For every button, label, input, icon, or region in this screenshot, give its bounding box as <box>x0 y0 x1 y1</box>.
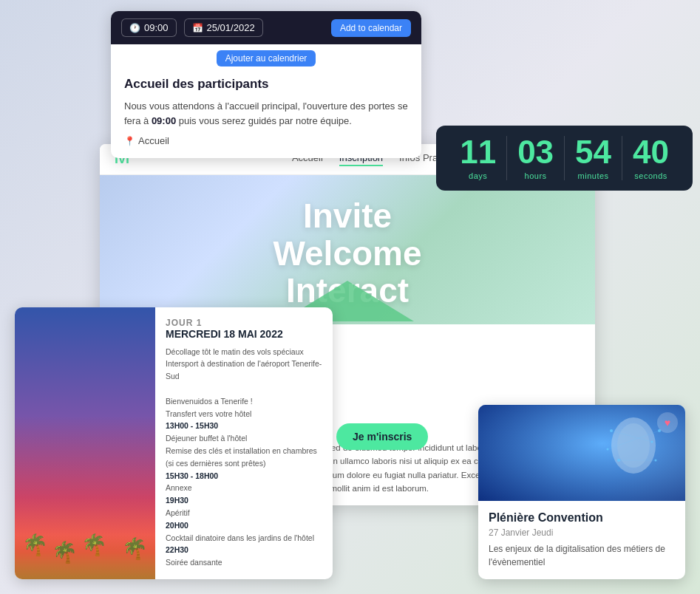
countdown-hours: 03 hours <box>506 136 564 180</box>
itinerary-content: JOUR 1 MERCREDI 18 MAI 2022 Décollage tô… <box>155 307 333 579</box>
countdown-days-label: days <box>469 171 487 180</box>
promo-card: ♥ Plénière Convention 27 Janvier Jeudi L… <box>478 405 685 579</box>
itinerary-card: JOUR 1 MERCREDI 18 MAI 2022 Décollage tô… <box>15 307 333 579</box>
event-card-description: Nous vous attendons à l'accueil principa… <box>124 99 408 128</box>
calendar-icon <box>192 22 203 33</box>
ajouter-calendrier-button[interactable]: Ajouter au calendrier <box>217 50 316 66</box>
event-card-body: Accueil des participants Nous vous atten… <box>111 66 421 146</box>
promo-image-content <box>478 405 685 501</box>
add-to-calendar-button[interactable]: Add to calendar <box>331 19 411 37</box>
event-date-badge: 25/01/2022 <box>184 18 263 37</box>
event-location: Accueil <box>124 135 408 146</box>
jour-label: JOUR 1 <box>166 318 322 328</box>
promo-desc: Les enjeux de la digitalisation des méti… <box>489 542 675 569</box>
heart-icon[interactable]: ♥ <box>657 412 678 433</box>
inscris-button-wrapper: Je m'inscris <box>336 423 428 450</box>
countdown-hours-value: 03 <box>517 136 554 168</box>
promo-content: Plénière Convention 27 Janvier Jeudi Les… <box>478 501 685 579</box>
itinerary-text: Décollage tôt le matin des vols spéciaux… <box>166 346 322 569</box>
promo-image: ♥ <box>478 405 685 501</box>
hero-section: Invite Welcome Interact <box>100 175 595 324</box>
event-card: 09:00 25/01/2022 Add to calendar Ajouter… <box>111 11 421 158</box>
event-card-header: 09:00 25/01/2022 Add to calendar <box>111 11 421 44</box>
clock-icon <box>129 22 140 33</box>
itinerary-image <box>15 307 155 579</box>
palm3-icon <box>81 533 107 557</box>
event-time-badge: 09:00 <box>121 18 177 37</box>
countdown-widget: 11 days 03 hours 54 minutes 40 seconds <box>436 126 693 191</box>
palm1-icon <box>22 533 48 557</box>
svg-point-13 <box>617 423 650 468</box>
countdown-seconds: 40 seconds <box>622 136 679 180</box>
promo-date: 27 Janvier Jeudi <box>489 528 675 538</box>
event-date: 25/01/2022 <box>207 22 255 33</box>
countdown-seconds-value: 40 <box>633 136 669 168</box>
countdown-days: 11 days <box>449 136 506 180</box>
inscris-button[interactable]: Je m'inscris <box>336 423 428 450</box>
palm4-icon <box>122 536 148 561</box>
event-time: 09:00 <box>144 22 169 33</box>
countdown-minutes: 54 minutes <box>564 136 622 180</box>
event-card-title: Accueil des participants <box>124 77 408 92</box>
countdown-hours-label: hours <box>525 171 547 180</box>
palm2-icon <box>52 540 78 564</box>
pin-icon <box>124 135 135 146</box>
countdown-days-value: 11 <box>460 136 496 168</box>
countdown-seconds-label: seconds <box>634 171 667 180</box>
promo-title: Plénière Convention <box>489 511 675 525</box>
countdown-minutes-label: minutes <box>578 171 609 180</box>
jour-date: MERCREDI 18 MAI 2022 <box>166 328 322 340</box>
countdown-minutes-value: 54 <box>575 136 611 168</box>
